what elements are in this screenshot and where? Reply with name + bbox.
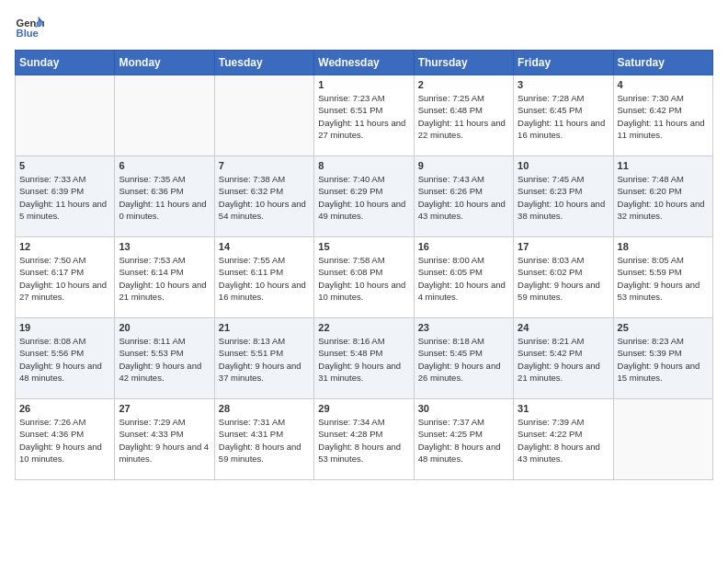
day-info: Sunrise: 7:26 AM Sunset: 4:36 PM Dayligh… — [19, 416, 110, 465]
day-number: 26 — [19, 403, 110, 414]
day-info: Sunrise: 7:53 AM Sunset: 6:14 PM Dayligh… — [119, 254, 210, 303]
svg-text:Blue: Blue — [17, 28, 39, 39]
day-number: 23 — [418, 322, 509, 333]
day-number: 30 — [418, 403, 509, 414]
day-number: 27 — [119, 403, 210, 414]
day-number: 19 — [19, 322, 110, 333]
day-number: 1 — [318, 79, 409, 90]
day-cell: 27Sunrise: 7:29 AM Sunset: 4:33 PM Dayli… — [115, 399, 214, 480]
day-info: Sunrise: 7:25 AM Sunset: 6:48 PM Dayligh… — [418, 92, 509, 141]
weekday-header-row: SundayMondayTuesdayWednesdayThursdayFrid… — [16, 51, 713, 75]
week-row-5: 26Sunrise: 7:26 AM Sunset: 4:36 PM Dayli… — [16, 399, 713, 480]
day-number: 13 — [119, 241, 210, 252]
day-cell — [214, 75, 313, 156]
weekday-header-wednesday: Wednesday — [314, 51, 414, 75]
day-cell: 6Sunrise: 7:35 AM Sunset: 6:36 PM Daylig… — [115, 156, 214, 237]
day-cell: 11Sunrise: 7:48 AM Sunset: 6:20 PM Dayli… — [613, 156, 712, 237]
day-info: Sunrise: 7:38 AM Sunset: 6:32 PM Dayligh… — [219, 173, 310, 222]
day-cell: 3Sunrise: 7:28 AM Sunset: 6:45 PM Daylig… — [514, 75, 613, 156]
day-info: Sunrise: 8:18 AM Sunset: 5:45 PM Dayligh… — [418, 335, 509, 384]
day-cell: 12Sunrise: 7:50 AM Sunset: 6:17 PM Dayli… — [16, 237, 115, 318]
weekday-header-monday: Monday — [115, 51, 214, 75]
day-cell: 21Sunrise: 8:13 AM Sunset: 5:51 PM Dayli… — [214, 318, 313, 399]
day-number: 25 — [618, 322, 709, 333]
day-cell: 17Sunrise: 8:03 AM Sunset: 6:02 PM Dayli… — [514, 237, 613, 318]
day-number: 10 — [518, 160, 609, 171]
day-info: Sunrise: 8:21 AM Sunset: 5:42 PM Dayligh… — [518, 335, 609, 384]
day-info: Sunrise: 7:50 AM Sunset: 6:17 PM Dayligh… — [19, 254, 110, 303]
day-number: 28 — [219, 403, 310, 414]
day-number: 2 — [418, 79, 509, 90]
day-cell: 14Sunrise: 7:55 AM Sunset: 6:11 PM Dayli… — [214, 237, 313, 318]
day-cell: 16Sunrise: 8:00 AM Sunset: 6:05 PM Dayli… — [414, 237, 513, 318]
weekday-header-friday: Friday — [514, 51, 613, 75]
day-number: 12 — [19, 241, 110, 252]
day-cell: 18Sunrise: 8:05 AM Sunset: 5:59 PM Dayli… — [613, 237, 712, 318]
day-number: 21 — [219, 322, 310, 333]
day-number: 18 — [618, 241, 709, 252]
day-number: 24 — [518, 322, 609, 333]
day-cell: 20Sunrise: 8:11 AM Sunset: 5:53 PM Dayli… — [115, 318, 214, 399]
day-cell: 5Sunrise: 7:33 AM Sunset: 6:39 PM Daylig… — [16, 156, 115, 237]
day-number: 3 — [518, 79, 609, 90]
day-info: Sunrise: 7:31 AM Sunset: 4:31 PM Dayligh… — [219, 416, 310, 465]
day-info: Sunrise: 7:35 AM Sunset: 6:36 PM Dayligh… — [119, 173, 210, 222]
weekday-header-saturday: Saturday — [613, 51, 712, 75]
day-info: Sunrise: 7:28 AM Sunset: 6:45 PM Dayligh… — [518, 92, 609, 141]
day-info: Sunrise: 7:34 AM Sunset: 4:28 PM Dayligh… — [318, 416, 409, 465]
day-cell: 2Sunrise: 7:25 AM Sunset: 6:48 PM Daylig… — [414, 75, 513, 156]
logo: General Blue — [15, 15, 44, 40]
day-info: Sunrise: 8:13 AM Sunset: 5:51 PM Dayligh… — [219, 335, 310, 384]
day-info: Sunrise: 8:08 AM Sunset: 5:56 PM Dayligh… — [19, 335, 110, 384]
day-info: Sunrise: 7:55 AM Sunset: 6:11 PM Dayligh… — [219, 254, 310, 303]
day-info: Sunrise: 7:29 AM Sunset: 4:33 PM Dayligh… — [119, 416, 210, 465]
day-number: 17 — [518, 241, 609, 252]
day-cell: 10Sunrise: 7:45 AM Sunset: 6:23 PM Dayli… — [514, 156, 613, 237]
day-cell: 30Sunrise: 7:37 AM Sunset: 4:25 PM Dayli… — [414, 399, 513, 480]
day-cell: 31Sunrise: 7:39 AM Sunset: 4:22 PM Dayli… — [514, 399, 613, 480]
logo-icon: General Blue — [15, 15, 44, 40]
day-cell: 13Sunrise: 7:53 AM Sunset: 6:14 PM Dayli… — [115, 237, 214, 318]
day-info: Sunrise: 7:23 AM Sunset: 6:51 PM Dayligh… — [318, 92, 409, 141]
day-info: Sunrise: 7:37 AM Sunset: 4:25 PM Dayligh… — [418, 416, 509, 465]
week-row-2: 5Sunrise: 7:33 AM Sunset: 6:39 PM Daylig… — [16, 156, 713, 237]
day-cell: 9Sunrise: 7:43 AM Sunset: 6:26 PM Daylig… — [414, 156, 513, 237]
day-number: 5 — [19, 160, 110, 171]
day-number: 11 — [618, 160, 709, 171]
week-row-4: 19Sunrise: 8:08 AM Sunset: 5:56 PM Dayli… — [16, 318, 713, 399]
day-number: 29 — [318, 403, 409, 414]
day-cell: 1Sunrise: 7:23 AM Sunset: 6:51 PM Daylig… — [314, 75, 414, 156]
day-number: 16 — [418, 241, 509, 252]
day-number: 22 — [318, 322, 409, 333]
day-info: Sunrise: 7:58 AM Sunset: 6:08 PM Dayligh… — [318, 254, 409, 303]
day-number: 15 — [318, 241, 409, 252]
day-number: 8 — [318, 160, 409, 171]
weekday-header-sunday: Sunday — [16, 51, 115, 75]
page-header: General Blue — [15, 15, 713, 40]
day-info: Sunrise: 7:45 AM Sunset: 6:23 PM Dayligh… — [518, 173, 609, 222]
day-number: 31 — [518, 403, 609, 414]
weekday-header-thursday: Thursday — [414, 51, 513, 75]
day-cell: 7Sunrise: 7:38 AM Sunset: 6:32 PM Daylig… — [214, 156, 313, 237]
day-cell: 15Sunrise: 7:58 AM Sunset: 6:08 PM Dayli… — [314, 237, 414, 318]
calendar-table: SundayMondayTuesdayWednesdayThursdayFrid… — [15, 50, 713, 480]
day-cell — [16, 75, 115, 156]
day-info: Sunrise: 8:23 AM Sunset: 5:39 PM Dayligh… — [618, 335, 709, 384]
weekday-header-tuesday: Tuesday — [214, 51, 313, 75]
day-number: 9 — [418, 160, 509, 171]
day-number: 4 — [618, 79, 709, 90]
day-cell: 19Sunrise: 8:08 AM Sunset: 5:56 PM Dayli… — [16, 318, 115, 399]
day-info: Sunrise: 8:11 AM Sunset: 5:53 PM Dayligh… — [119, 335, 210, 384]
day-cell: 25Sunrise: 8:23 AM Sunset: 5:39 PM Dayli… — [613, 318, 712, 399]
day-info: Sunrise: 7:40 AM Sunset: 6:29 PM Dayligh… — [318, 173, 409, 222]
day-info: Sunrise: 8:00 AM Sunset: 6:05 PM Dayligh… — [418, 254, 509, 303]
day-info: Sunrise: 8:03 AM Sunset: 6:02 PM Dayligh… — [518, 254, 609, 303]
day-info: Sunrise: 7:48 AM Sunset: 6:20 PM Dayligh… — [618, 173, 709, 222]
day-number: 6 — [119, 160, 210, 171]
day-cell: 22Sunrise: 8:16 AM Sunset: 5:48 PM Dayli… — [314, 318, 414, 399]
day-info: Sunrise: 7:33 AM Sunset: 6:39 PM Dayligh… — [19, 173, 110, 222]
day-cell: 23Sunrise: 8:18 AM Sunset: 5:45 PM Dayli… — [414, 318, 513, 399]
day-cell — [115, 75, 214, 156]
day-cell: 29Sunrise: 7:34 AM Sunset: 4:28 PM Dayli… — [314, 399, 414, 480]
day-cell: 24Sunrise: 8:21 AM Sunset: 5:42 PM Dayli… — [514, 318, 613, 399]
